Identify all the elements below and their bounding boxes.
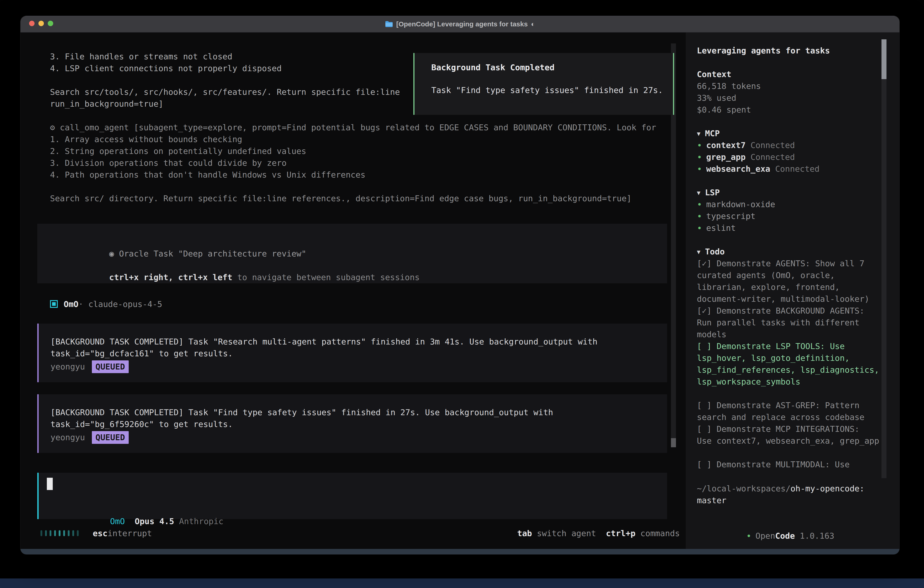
scrollback-line [50, 74, 400, 86]
todo-list: [✓] Demonstrate AGENTS: Show all 7 curat… [697, 258, 899, 471]
workspace-path: ~/local-workspaces/oh-my-opencode: [697, 483, 899, 495]
message-author-row: yeongyuQUEUED [51, 360, 667, 373]
lsp-item: typescript [697, 210, 899, 222]
status-dot-icon [698, 203, 701, 206]
ctrlp-key-hint: ctrl+p [606, 529, 635, 538]
minimize-button[interactable] [38, 21, 44, 26]
lsp-name: typescript [706, 211, 756, 221]
queued-badge: QUEUED [92, 360, 129, 373]
agent-name: OmO [64, 299, 78, 309]
status-bar: esc interrupt tab switch agent ctrl+p co… [40, 527, 680, 539]
scrollback-line: run_in_background=true] [50, 98, 400, 110]
lsp-name: eslint [706, 223, 736, 233]
todo-item: [ ] Demonstrate MCP INTEGRATIONS: Use co… [697, 423, 899, 447]
message-line: task_id="bg_6f59260c" to get results. [51, 418, 667, 430]
message-author-row: yeongyuQUEUED [51, 431, 667, 444]
toast-title: Background Task Completed [431, 62, 673, 73]
queued-badge: QUEUED [92, 431, 129, 444]
mcp-status: Connected [746, 140, 795, 150]
opencode-version-row: OpenCode 1.0.163 [697, 518, 899, 530]
agent-model: · claude-opus-4-5 [78, 299, 162, 309]
tool-call-tail: Search src/ directory. Return specific f… [50, 193, 656, 205]
lsp-item: eslint [697, 222, 899, 234]
window-bottom-chrome [20, 549, 899, 554]
prompt-input[interactable]: OmO Opus 4.5 Anthropic [37, 473, 667, 519]
input-model-row: OmO Opus 4.5 Anthropic [51, 504, 223, 515]
folder-icon [385, 21, 393, 28]
mcp-item: websearch_exa Connected [697, 163, 899, 175]
scrollback-line: 3. File handles or streams not closed [50, 51, 400, 63]
mcp-section-header[interactable]: ▼MCP [697, 127, 899, 139]
oracle-hint-text: to navigate between subagent sessions [233, 273, 420, 282]
keyboard-hints-right: tab switch agent ctrl+p commands [517, 529, 680, 538]
message-author: yeongyu [51, 433, 85, 442]
session-state-icon: ◐ [531, 20, 535, 28]
esc-key-label: interrupt [107, 529, 152, 538]
terminal-main-pane[interactable]: 3. File handles or streams not closed4. … [20, 33, 686, 549]
mcp-status: Connected [770, 164, 820, 173]
workspace-branch: master [697, 495, 899, 506]
tool-call-item: 1. Array access without bounds checking [50, 134, 656, 145]
context-stat-line: 33% used [697, 92, 899, 104]
todo-item: [✓] Demonstrate AGENTS: Show all 7 curat… [697, 258, 899, 305]
text-cursor [47, 478, 53, 490]
session-sidebar: Leveraging agents for tasks Context 66,5… [686, 33, 899, 549]
lsp-section-header[interactable]: ▼LSP [697, 187, 899, 198]
status-dot-icon [698, 144, 701, 147]
mcp-item: grep_app Connected [697, 151, 899, 163]
input-agent-label: OmO [110, 517, 125, 526]
window-title: [OpenCode] Leveraging agents for tasks ◐ [385, 20, 535, 28]
tool-call-item: 2. String operations on potentially unde… [50, 145, 656, 157]
main-scrollbar-thumb[interactable] [671, 438, 676, 447]
traffic-lights [29, 21, 53, 26]
esc-key-hint: esc [93, 529, 107, 538]
message-author: yeongyu [51, 362, 85, 371]
tool-call-header: ⚙ call_omo_agent [subagent_type=explore,… [50, 122, 656, 134]
message-block[interactable]: [BACKGROUND TASK COMPLETED] Task "Find t… [37, 394, 667, 453]
mcp-name: context7 [706, 140, 746, 150]
version-number: 1.0.163 [795, 531, 834, 540]
workspace-path-prefix: ~/local-workspaces/ [697, 484, 790, 493]
input-provider-label: Anthropic [179, 517, 223, 526]
oracle-hint-keys: ctrl+x right, ctrl+x left [109, 273, 233, 282]
spinner-dots-icon [40, 530, 79, 536]
todo-item: [✓] Demonstrate BACKGROUND AGENTS: Run p… [697, 305, 899, 340]
agent-square-icon [50, 300, 58, 308]
oracle-task-title: Oracle Task "Deep architecture review" [119, 249, 306, 258]
message-line: [BACKGROUND TASK COMPLETED] Task "Find t… [51, 406, 667, 418]
tab-key-label: switch agent [532, 529, 596, 538]
message-line: [BACKGROUND TASK COMPLETED] Task "Resear… [51, 336, 667, 348]
todo-section-header[interactable]: ▼Todo [697, 246, 899, 258]
agent-session-header: OmO · claude-opus-4-5 [50, 298, 162, 310]
version-name-prefix: Open [756, 531, 775, 540]
context-stat-line: $0.46 spent [697, 104, 899, 116]
chevron-down-icon: ▼ [697, 130, 701, 137]
tool-call-output: ⚙ call_omo_agent [subagent_type=explore,… [50, 122, 656, 205]
mcp-name: grep_app [706, 152, 746, 162]
mcp-item: context7 Connected [697, 139, 899, 151]
message-line: task_id="bg_dcfac161" to get results. [51, 348, 667, 360]
sidebar-scrollbar-thumb[interactable] [881, 39, 886, 79]
screenshot-root: [OpenCode] Leveraging agents for tasks ◐… [0, 0, 924, 588]
status-dot-icon [698, 156, 701, 158]
status-dot-icon [698, 168, 701, 170]
scrollback-line: Search src/tools/, src/hooks/, src/featu… [50, 86, 400, 98]
close-button[interactable] [29, 21, 35, 26]
ctrlp-key-label: commands [635, 529, 680, 538]
todo-item: [ ] Demonstrate MULTIMODAL: Use [697, 459, 899, 471]
message-block[interactable]: [BACKGROUND TASK COMPLETED] Task "Resear… [37, 324, 667, 382]
lsp-item: markdown-oxide [697, 198, 899, 210]
window-title-text: [OpenCode] Leveraging agents for tasks [396, 20, 528, 28]
desktop-wallpaper-strip [0, 578, 924, 588]
window-titlebar: [OpenCode] Leveraging agents for tasks ◐ [20, 16, 899, 33]
tool-call-item: 4. Path operations that don't handle Win… [50, 169, 656, 181]
zoom-button[interactable] [48, 21, 53, 26]
oracle-task-card[interactable]: ◉ Oracle Task "Deep architecture review"… [37, 224, 667, 283]
context-stats: 66,518 tokens33% used$0.46 spent [697, 80, 899, 116]
input-model-label: Opus 4.5 [135, 517, 174, 526]
sidebar-session-title: Leveraging agents for tasks [697, 45, 899, 57]
sidebar-scrollbar-track[interactable] [881, 39, 886, 478]
mcp-name: websearch_exa [706, 164, 770, 173]
toast-body: Task "Find type safety issues" finished … [431, 84, 673, 96]
oracle-task-icon: ◉ [109, 249, 114, 258]
